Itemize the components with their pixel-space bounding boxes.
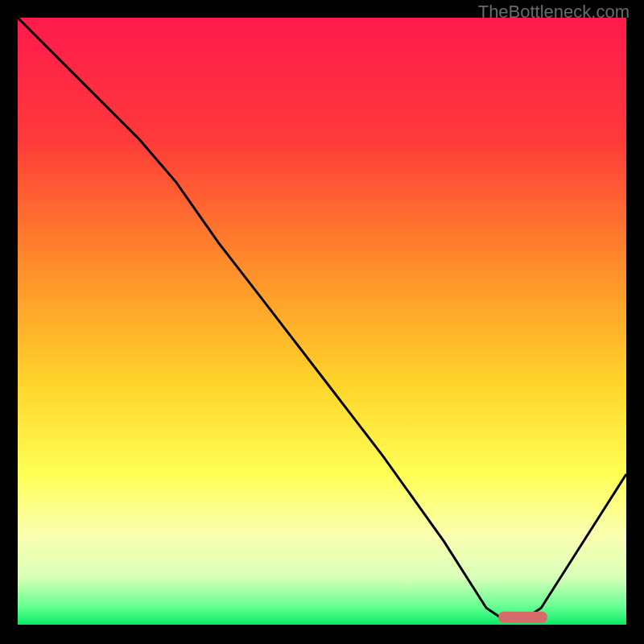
- watermark-text: TheBottleneck.com: [478, 2, 630, 23]
- bottleneck-chart: [18, 18, 626, 626]
- chart-frame: [18, 18, 626, 626]
- optimal-marker: [498, 612, 547, 623]
